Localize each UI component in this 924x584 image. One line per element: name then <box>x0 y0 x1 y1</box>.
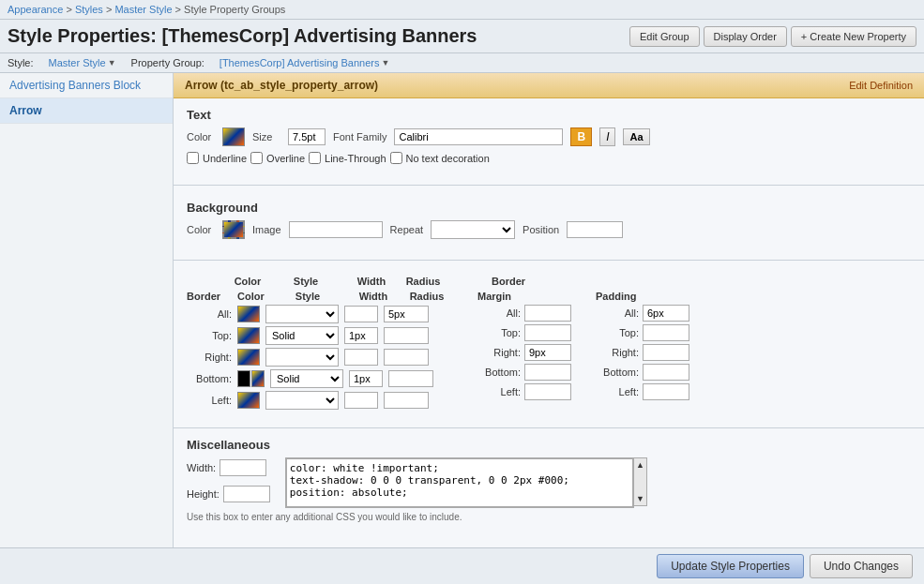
padding-right-input[interactable] <box>643 344 689 361</box>
sidebar-item-advertising-banners-block[interactable]: Advertising Banners Block <box>0 73 173 98</box>
misc-section: Miscellaneous Width: Height: color: whit… <box>174 434 924 530</box>
border-top-style-select[interactable]: Solid <box>265 326 339 345</box>
height-row: Height: <box>187 486 270 502</box>
margin-all-label: All: <box>477 307 521 319</box>
border-bottom-swatch1[interactable] <box>237 370 250 387</box>
breadcrumb-master-style[interactable]: Master Style <box>114 4 172 15</box>
border-bottom-style-select[interactable]: Solid <box>270 369 343 388</box>
border-left-color[interactable] <box>237 392 260 409</box>
property-group-dropdown[interactable]: [ThemesCorp] Advertising Banners ▼ <box>220 57 390 68</box>
bg-position-input[interactable] <box>567 221 623 238</box>
border-top-radius-input[interactable] <box>384 327 429 344</box>
border-top-width-input[interactable] <box>344 327 378 344</box>
border-right-width-input[interactable] <box>344 349 378 366</box>
divider-2 <box>174 260 924 261</box>
margin-right-input[interactable] <box>524 344 571 361</box>
edit-group-button[interactable]: Edit Group <box>629 26 700 47</box>
display-order-button[interactable]: Display Order <box>704 26 787 47</box>
margin-bottom-input[interactable] <box>524 364 571 381</box>
scrollbar: ▲ ▼ <box>634 457 647 506</box>
width-input[interactable] <box>220 459 266 476</box>
border-bottom-radius-input[interactable] <box>388 370 433 387</box>
padding-top-label: Top: <box>596 327 639 338</box>
bold-button[interactable]: B <box>570 127 592 146</box>
padding-right-label: Right: <box>596 347 639 358</box>
size-label: Size <box>252 131 280 142</box>
italic-button[interactable]: I <box>599 127 615 146</box>
background-row: Color Image Repeat Position <box>187 220 911 239</box>
update-style-properties-button[interactable]: Update Style Properties <box>657 554 804 578</box>
css-hint: Use this box to enter any additional CSS… <box>187 512 911 522</box>
border-left-radius-input[interactable] <box>384 392 429 409</box>
font-size-input[interactable] <box>288 128 326 145</box>
padding-all-input[interactable] <box>643 305 689 322</box>
bg-color-swatch[interactable] <box>222 220 245 239</box>
padding-left-label: Left: <box>596 386 639 397</box>
css-box: color: white !important; text-shadow: 0 … <box>285 457 634 508</box>
padding-table-header: Padding <box>596 291 689 302</box>
style-value: Master Style <box>49 57 106 68</box>
border-bottom-swatch2[interactable] <box>251 370 265 387</box>
padding-left-input[interactable] <box>643 383 689 400</box>
font-family-input[interactable] <box>394 128 563 145</box>
border-all-width-input[interactable] <box>344 306 378 322</box>
content-area: Arrow (tc_ab_style_property_arrow) Edit … <box>174 73 924 568</box>
margin-all-input[interactable] <box>524 305 571 322</box>
bg-image-input[interactable] <box>289 221 383 238</box>
section-header: Arrow (tc_ab_style_property_arrow) Edit … <box>174 73 924 98</box>
linethrough-checkbox[interactable] <box>309 152 321 164</box>
scroll-down-arrow[interactable]: ▼ <box>634 492 646 505</box>
border-radius-col: Radius <box>401 291 453 302</box>
font-size-toggle-button[interactable]: Aa <box>623 128 649 145</box>
border-color-header: Color <box>232 276 264 287</box>
height-label: Height: <box>187 488 220 500</box>
page-header: Style Properties: [ThemesCorp] Advertisi… <box>0 20 924 53</box>
border-bottom-label: Bottom: <box>187 373 232 384</box>
border-all-color[interactable] <box>237 306 260 322</box>
style-dropdown[interactable]: Master Style ▼ <box>49 57 116 68</box>
breadcrumb: Appearance > Styles > Master Style > Sty… <box>0 0 924 20</box>
border-radius-header: Radius <box>395 276 451 287</box>
text-color-swatch[interactable] <box>222 127 245 146</box>
border-top-color[interactable] <box>237 327 260 344</box>
undo-changes-button[interactable]: Undo Changes <box>810 554 913 578</box>
edit-definition-link[interactable]: Edit Definition <box>849 80 913 91</box>
padding-bottom-input[interactable] <box>643 364 689 381</box>
section-title: Arrow (tc_ab_style_property_arrow) <box>185 79 378 92</box>
border-right-radius-input[interactable] <box>384 349 429 366</box>
breadcrumb-appearance[interactable]: Appearance <box>8 4 63 15</box>
misc-wh-labels: Width: Height: <box>187 457 270 502</box>
margin-top-input[interactable] <box>524 324 571 341</box>
page-title: Style Properties: [ThemesCorp] Advertisi… <box>8 25 477 47</box>
misc-section-label: Miscellaneous <box>187 438 911 452</box>
border-left-width-input[interactable] <box>344 392 378 409</box>
breadcrumb-styles[interactable]: Styles <box>75 4 103 15</box>
height-input[interactable] <box>223 486 270 502</box>
border-margin-padding-section: Color Style Width Radius Border Border C… <box>174 266 924 422</box>
border-width-header: Width <box>348 276 395 287</box>
border-left-style-select[interactable] <box>265 391 339 410</box>
bg-repeat-select[interactable] <box>431 220 515 239</box>
padding-all-label: All: <box>596 307 639 319</box>
border-bottom-width-input[interactable] <box>349 370 383 387</box>
css-textarea[interactable]: color: white !important; text-shadow: 0 … <box>286 458 633 507</box>
text-section-label: Text <box>187 108 911 122</box>
border-all-style-select[interactable] <box>265 305 339 323</box>
bg-position-label: Position <box>523 224 559 235</box>
border-style-col: Style <box>269 291 346 302</box>
border-top-label: Top: <box>187 330 232 341</box>
border-right-style-select[interactable] <box>265 348 339 367</box>
underline-checkbox[interactable] <box>187 152 199 164</box>
border-all-radius-input[interactable] <box>384 306 429 322</box>
sidebar-item-arrow[interactable]: Arrow <box>0 98 173 124</box>
create-property-button[interactable]: + Create New Property <box>791 26 916 47</box>
no-decoration-checkbox[interactable] <box>390 152 402 164</box>
width-label: Width: <box>187 462 216 473</box>
border-margin-padding-row: Border Color Style Width Radius All: <box>187 291 911 412</box>
overline-checkbox[interactable] <box>250 152 263 164</box>
scroll-up-arrow[interactable]: ▲ <box>634 458 646 472</box>
padding-bottom-label: Bottom: <box>596 367 639 378</box>
margin-left-input[interactable] <box>524 383 571 400</box>
border-right-color[interactable] <box>237 349 260 366</box>
padding-top-input[interactable] <box>643 324 689 341</box>
